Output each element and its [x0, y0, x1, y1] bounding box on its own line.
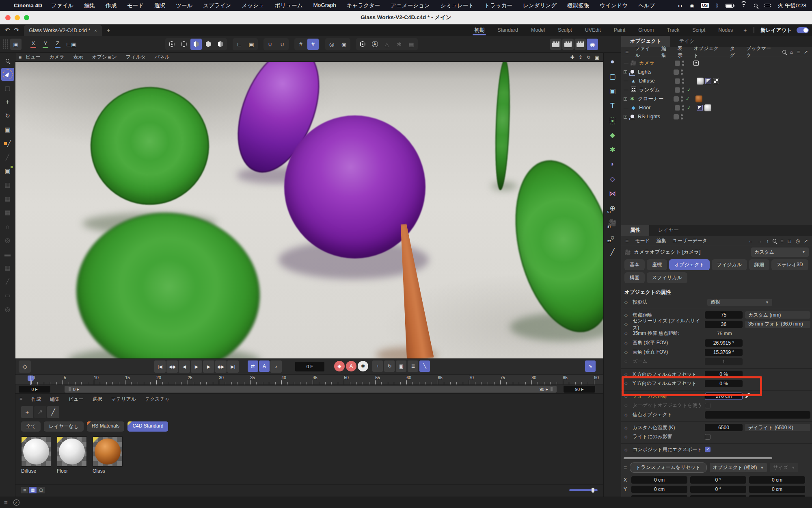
range-start-field[interactable]: 0 F — [19, 386, 50, 393]
viewport-menu-カメラ[interactable]: カメラ — [50, 54, 65, 61]
menubar-item[interactable]: アニメーション — [391, 2, 430, 9]
attribute-value-field[interactable]: 270 cm — [705, 393, 743, 400]
menubar-item[interactable]: MoGraph — [313, 2, 336, 9]
menubar-item[interactable]: ツール — [176, 2, 192, 9]
section-tab-スフィリカル[interactable]: スフィリカル — [647, 272, 687, 283]
deform-cage-button[interactable]: ▦ — [406, 39, 417, 50]
snap-settings-button[interactable]: ∪ — [276, 39, 288, 50]
viewport-menu-パネル[interactable]: パネル — [155, 54, 170, 61]
auto-switch-button[interactable]: A — [369, 39, 380, 50]
edit-pencil-button[interactable]: ╱ — [605, 245, 620, 259]
wifi-icon[interactable] — [741, 3, 747, 8]
layout-tab-Paint[interactable]: Paint — [608, 25, 631, 35]
am-up-icon[interactable]: ↑ — [766, 238, 769, 244]
render-settings-button[interactable] — [574, 39, 586, 50]
am-forward-icon[interactable]: → — [757, 238, 762, 244]
menubar-clock[interactable]: 火 午後0:28 — [777, 2, 806, 9]
material-Diffuse[interactable]: Diffuse — [21, 436, 52, 474]
menubar-item[interactable]: 編集 — [84, 2, 95, 9]
iron-tool[interactable]: ▭ — [1, 289, 14, 302]
coordinate-system-button[interactable]: ∟▣ — [65, 39, 77, 50]
material-menu-編集[interactable]: 編集 — [50, 396, 60, 403]
material-Floor[interactable]: Floor — [57, 436, 88, 474]
isoline-button[interactable] — [357, 39, 368, 50]
enabled-check[interactable]: ✓ — [687, 87, 693, 93]
attribute-value-field[interactable]: 6500 — [705, 424, 743, 431]
polygons-mode-tool[interactable]: ▦ — [1, 206, 14, 219]
scale-tool[interactable]: ▣ — [1, 123, 14, 136]
keyframe-diamond-icon[interactable]: ◇ — [624, 372, 633, 377]
attribute-text-field[interactable] — [705, 411, 810, 419]
viewport-menu-ビュー[interactable]: ビュー — [26, 54, 41, 61]
autokey-button[interactable]: A — [346, 361, 356, 371]
bluetooth-icon[interactable]: ᛒ — [716, 3, 719, 9]
axis-lock-z[interactable]: Z — [52, 39, 63, 50]
range-slider[interactable]: 0 F 90 F — [65, 386, 557, 393]
gizmo-half-button[interactable] — [190, 39, 202, 50]
mask-tool[interactable]: ▬ — [1, 247, 14, 261]
document-tab[interactable]: Glass Works-V2-C4D.c4d * × — [24, 25, 102, 36]
coord-size-dropdown[interactable]: サイズ▼ — [770, 463, 798, 472]
loop-button[interactable]: ⇄ — [248, 360, 258, 372]
object-row-カメラ[interactable]: 🎥カメラ — [621, 59, 812, 67]
sound-button[interactable]: ♪ — [270, 360, 282, 373]
deform-gear-button[interactable]: ✱ — [393, 39, 405, 50]
object-row-RS-Lights[interactable]: +RS-Lights — [621, 112, 812, 121]
maximize-view-icon[interactable]: ▣ — [595, 54, 599, 60]
attribute-checkbox[interactable] — [705, 403, 710, 408]
preset-dropdown[interactable]: カスタム ▼ — [751, 247, 809, 257]
redo-icon[interactable]: ↷ — [14, 26, 19, 34]
add-camera-button[interactable]: 🎥ST — [605, 216, 620, 230]
attribute-value-field[interactable]: 36 — [705, 321, 743, 328]
control-center-icon[interactable] — [764, 3, 771, 8]
material-size-slider[interactable] — [569, 489, 598, 491]
new-document-button[interactable]: + — [102, 24, 115, 36]
enable-chip[interactable] — [674, 114, 679, 119]
undo-icon[interactable]: ↶ — [5, 26, 10, 34]
layout-tab-UVEdit[interactable]: UVEdit — [579, 25, 607, 35]
close-document-icon[interactable]: × — [94, 28, 97, 33]
material-menu-作成[interactable]: 作成 — [31, 396, 41, 403]
menubar-item[interactable]: シミュレート — [441, 2, 474, 9]
move-tool[interactable]: + — [1, 96, 14, 109]
am-menu-icon[interactable]: ≡ — [625, 238, 628, 244]
am-lock-icon[interactable]: ◻ — [787, 238, 791, 244]
visibility-dots[interactable] — [681, 96, 683, 102]
record-rotation-button[interactable]: ↻ — [384, 360, 395, 372]
new-layout-button[interactable]: 新レイアウト — [758, 27, 795, 34]
toolbar-grip[interactable] — [2, 39, 8, 50]
gizmo-free-button[interactable] — [178, 39, 190, 50]
object-name[interactable]: クローナー — [638, 96, 674, 102]
goto-end-button[interactable]: ▶| — [227, 360, 239, 373]
timeline-ruler[interactable]: 051015202530354045505560657075808590 — [15, 374, 603, 385]
material-menu-icon[interactable]: ≡ — [19, 396, 22, 402]
asset-browser-button[interactable]: ▣ — [10, 39, 22, 50]
viewport[interactable] — [15, 62, 603, 358]
current-frame-field[interactable]: 0 F — [295, 362, 324, 371]
expand-icon[interactable]: + — [624, 97, 627, 101]
viewport-menu-表示[interactable]: 表示 — [73, 54, 83, 61]
keyframe-button[interactable]: ◇ — [19, 360, 31, 373]
rectangle-selection-tool[interactable]: ▢ — [1, 82, 14, 95]
attribute-unit-dropdown[interactable]: デイライト (6500 K) — [745, 424, 810, 431]
enabled-check[interactable]: ✓ — [687, 105, 693, 111]
am-back-icon[interactable]: ← — [748, 238, 753, 244]
enable-chip[interactable] — [674, 69, 679, 75]
volume-tool[interactable]: ▦ — [1, 261, 14, 274]
am-export-icon[interactable]: ↗ — [804, 238, 808, 244]
tweak-mode-tool[interactable]: ▣ — [1, 165, 14, 178]
tab-レイヤー[interactable]: レイヤー — [649, 225, 688, 236]
prev-key-button[interactable]: ◀◆ — [166, 360, 178, 373]
keyframe-diamond-icon[interactable]: ◇ — [624, 381, 633, 386]
record-parameter-button[interactable]: ≣ — [408, 360, 418, 372]
visibility-dots[interactable] — [682, 61, 684, 66]
pick-material-button[interactable]: ╱ — [47, 406, 59, 418]
add-text-button[interactable]: T — [605, 99, 620, 113]
keyframe-diamond-icon[interactable]: ◇ — [624, 350, 633, 354]
axis-lock-x[interactable]: X — [28, 39, 39, 50]
attribute-unit-dropdown[interactable]: カスタム (mm) — [745, 311, 810, 319]
object-row-Lights[interactable]: +Lights — [621, 67, 812, 76]
app-menu[interactable]: Cinema 4D — [14, 2, 42, 9]
material-filter-レイヤーなし[interactable]: レイヤーなし — [44, 421, 83, 432]
renderer-button[interactable]: ◉ — [587, 39, 598, 50]
